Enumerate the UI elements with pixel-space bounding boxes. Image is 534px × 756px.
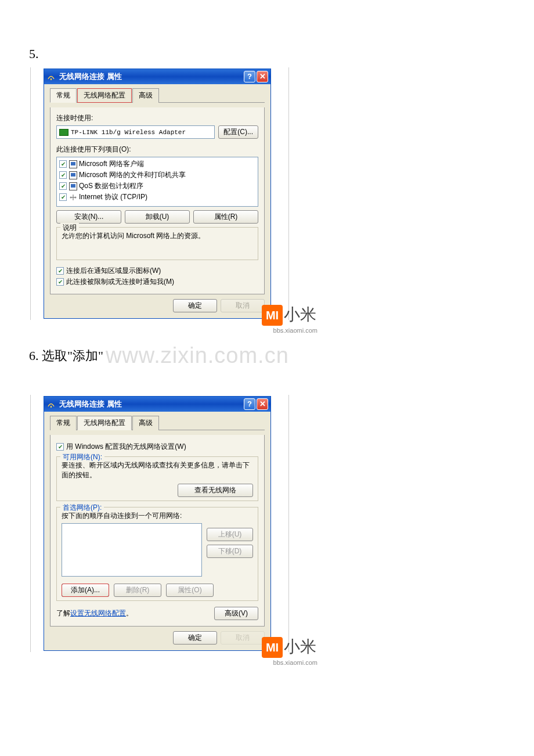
install-button[interactable]: 安装(N)... [56, 210, 121, 224]
tab-strip: 常规 无线网络配置 高级 [50, 88, 265, 103]
svg-point-2 [75, 196, 77, 198]
notify-checkbox-row[interactable]: ✔此连接被限制或无连接时通知我(M) [56, 277, 258, 287]
screenshot-6-frame: 无线网络连接 属性 ? ✕ 常规 无线网络配置 高级 ✔用 Windows 配置… [30, 395, 289, 652]
view-networks-button[interactable]: 查看无线网络 [178, 484, 253, 497]
tab-wireless[interactable]: 无线网络配置 [77, 88, 132, 103]
watermark-logo: MI 小米 [262, 636, 316, 658]
adapter-name: TP-LINK 11b/g Wireless Adapter [71, 129, 186, 136]
tabpanel-general: 连接时使用: TP-LINK 11b/g Wireless Adapter 配置… [50, 107, 265, 294]
learn-text: 了解设置无线网络配置。 [56, 609, 133, 618]
description-legend: 说明 [60, 223, 79, 233]
list-item[interactable]: ✔Microsoft 网络客户端 [58, 159, 257, 170]
watermark-text: www.zixin.com.cn [106, 343, 289, 368]
service-icon [69, 171, 77, 179]
add-button[interactable]: 添加(A)... [62, 584, 109, 597]
step-6-text: 6. 选取"添加" [29, 347, 103, 365]
movedown-button: 下移(D) [207, 545, 253, 558]
checkbox-icon[interactable]: ✔ [59, 182, 67, 190]
mi-logo-text: 小米 [284, 304, 316, 326]
close-button[interactable]: ✕ [257, 71, 268, 82]
mi-logo-icon: MI [262, 637, 283, 658]
show-icon-checkbox-row[interactable]: ✔连接后在通知区域显示图标(W) [56, 266, 258, 276]
mi-logo-text: 小米 [284, 636, 316, 658]
mi-logo-icon: MI [262, 305, 283, 326]
list-item[interactable]: ✔Microsoft 网络的文件和打印机共享 [58, 170, 257, 181]
watermark-url: bbs.xiaomi.com [273, 327, 317, 334]
configure-button[interactable]: 配置(C)... [218, 125, 258, 139]
dialog-title: 无线网络连接 属性 [59, 399, 243, 409]
properties-button[interactable]: 属性(R) [193, 210, 258, 224]
dialog-footer: 确定 取消 [50, 294, 265, 312]
preferred-networks-group: 首选网络(P): 按下面的顺序自动连接到一个可用网络: 上移(U) 下移(D) [56, 507, 258, 601]
checkbox-icon[interactable]: ✔ [56, 278, 64, 286]
components-listbox[interactable]: ✔Microsoft 网络客户端 ✔Microsoft 网络的文件和打印机共享 … [56, 157, 258, 207]
advanced-button[interactable]: 高级(V) [214, 607, 258, 620]
wireless-icon [46, 399, 56, 409]
tab-general[interactable]: 常规 [50, 88, 77, 103]
preferred-listbox[interactable] [62, 523, 202, 577]
moveup-button: 上移(U) [207, 528, 253, 541]
available-networks-group: 可用网络(N): 要连接、断开区域内无线网络或查找有关更多信息，请单击下面的按钮… [56, 456, 258, 501]
svg-rect-0 [50, 78, 52, 80]
list-item[interactable]: ✔Internet 协议 (TCP/IP) [58, 192, 257, 203]
remove-button: 删除(R) [114, 584, 161, 597]
screenshot-5-frame: 无线网络连接 属性 ? ✕ 常规 无线网络配置 高级 连接时使用: TP-LIN… [30, 67, 289, 320]
protocol-icon [69, 193, 77, 201]
tabpanel-wireless: ✔用 Windows 配置我的无线网络设置(W) 可用网络(N): 要连接、断开… [50, 435, 265, 627]
uses-items-label: 此连接使用下列项目(O): [56, 145, 258, 154]
tab-wireless[interactable]: 无线网络配置 [77, 416, 132, 430]
list-item[interactable]: ✔QoS 数据包计划程序 [58, 181, 257, 192]
net-properties-button: 属性(O) [166, 584, 214, 597]
use-windows-checkbox-row[interactable]: ✔用 Windows 配置我的无线网络设置(W) [56, 442, 258, 452]
help-button[interactable]: ? [244, 398, 255, 410]
svg-point-1 [70, 196, 72, 198]
titlebar[interactable]: 无线网络连接 属性 ? ✕ [44, 69, 270, 84]
help-button[interactable]: ? [244, 71, 255, 82]
uninstall-button[interactable]: 卸载(U) [125, 210, 190, 224]
step-5-number: 5. [29, 46, 505, 62]
available-text: 要连接、断开区域内无线网络或查找有关更多信息，请单击下面的按钮。 [62, 460, 253, 480]
adapter-field: TP-LINK 11b/g Wireless Adapter [56, 125, 215, 139]
available-legend: 可用网络(N): [60, 452, 104, 462]
ok-button[interactable]: 确定 [173, 631, 217, 645]
preferred-legend: 首选网络(P): [60, 503, 104, 513]
tab-strip: 常规 无线网络配置 高级 [50, 415, 265, 430]
checkbox-icon[interactable]: ✔ [59, 193, 67, 201]
checkbox-icon[interactable]: ✔ [56, 267, 64, 275]
tab-advanced[interactable]: 高级 [132, 88, 159, 103]
wireless-icon [46, 72, 56, 81]
client-icon [69, 160, 77, 168]
svg-rect-3 [50, 406, 52, 408]
ok-button[interactable]: 确定 [173, 299, 217, 312]
nic-icon [59, 129, 68, 136]
connect-using-label: 连接时使用: [56, 113, 258, 123]
learn-link[interactable]: 设置无线网络配置 [70, 609, 126, 617]
dialog-footer: 确定 取消 [50, 627, 265, 645]
watermark-logo: MI 小米 [262, 304, 316, 326]
tab-general[interactable]: 常规 [50, 416, 77, 430]
service-icon [69, 182, 77, 190]
checkbox-icon[interactable]: ✔ [59, 171, 67, 179]
dialog-title: 无线网络连接 属性 [59, 71, 243, 82]
description-text: 允许您的计算机访问 Microsoft 网络上的资源。 [62, 231, 253, 241]
description-group: 说明 允许您的计算机访问 Microsoft 网络上的资源。 [56, 227, 258, 260]
properties-dialog-2: 无线网络连接 属性 ? ✕ 常规 无线网络配置 高级 ✔用 Windows 配置… [44, 396, 271, 651]
checkbox-icon[interactable]: ✔ [56, 443, 64, 451]
watermark-url: bbs.xiaomi.com [273, 659, 317, 666]
close-button[interactable]: ✕ [257, 398, 268, 410]
cancel-button[interactable]: 取消 [221, 299, 265, 312]
cancel-button[interactable]: 取消 [221, 631, 265, 645]
checkbox-icon[interactable]: ✔ [59, 160, 67, 168]
properties-dialog-1: 无线网络连接 属性 ? ✕ 常规 无线网络配置 高级 连接时使用: TP-LIN… [44, 69, 271, 319]
tab-advanced[interactable]: 高级 [132, 416, 159, 430]
titlebar[interactable]: 无线网络连接 属性 ? ✕ [44, 397, 270, 412]
